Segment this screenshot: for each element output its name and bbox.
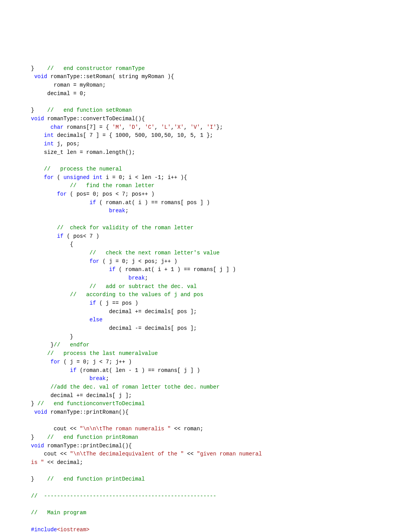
code-line: } // end functionconvertToDecimal	[31, 400, 380, 408]
code-line: else	[31, 316, 380, 324]
code-line: break;	[31, 274, 380, 283]
code-line: decimal += decimals[ j ];	[31, 392, 380, 400]
code-line: void romanType::setRoman( string myRoman…	[31, 73, 380, 81]
code-line	[31, 157, 380, 165]
code-line: break;	[31, 207, 380, 215]
code-line: // check the next roman letter's value	[31, 249, 380, 257]
code-line: } // end function printDecimal	[31, 475, 380, 484]
code-line: char romans[7] = { 'M', 'D', 'C', 'L','X…	[31, 123, 380, 132]
code-line	[31, 215, 380, 224]
code-line	[31, 484, 380, 492]
code-line: for ( j = 0; j < pos; j++ )	[31, 257, 380, 266]
code-line: if ( roman.at( i + 1 ) == romans[ j ] )	[31, 266, 380, 274]
code-line: void romanType::convertToDecimal(){	[31, 115, 380, 123]
code-line: // Main program	[31, 509, 380, 517]
code-line	[31, 501, 380, 509]
code-line: } // end constructor romanType	[31, 65, 380, 73]
code-line: void romanType::printRoman(){	[31, 408, 380, 417]
code-line: int decimals[ 7 ] = { 1000, 500, 100,50,…	[31, 131, 380, 140]
code-line: for ( pos= 0; pos < 7; pos++ )	[31, 190, 380, 199]
code-line: cout << "\n\tThe decimalequivalent of th…	[31, 450, 380, 459]
code-line: #include<iostream>	[31, 526, 380, 532]
code-line: }	[31, 333, 380, 341]
code-line: // add or subtract the dec. val	[31, 283, 380, 291]
code-line	[31, 417, 380, 425]
code-line: {	[31, 240, 380, 249]
code-line: for ( j = 0; j < 7; j++ )	[31, 358, 380, 367]
code-line: if ( j == pos )	[31, 299, 380, 308]
code-line	[31, 467, 380, 476]
code-line: }// endfor	[31, 341, 380, 350]
code-line: size_t len = roman.length();	[31, 148, 380, 157]
code-line: } // end function printRoman	[31, 433, 380, 442]
code-line: if ( pos< 7 )	[31, 232, 380, 241]
code-line: roman = myRoman;	[31, 81, 380, 90]
code-line: } // end function setRoman	[31, 106, 380, 115]
code-listing: } // end constructor romanType void roma…	[31, 65, 380, 532]
code-line: decimal += decimals[ pos ];	[31, 308, 380, 316]
code-line: decimal = 0;	[31, 90, 380, 98]
code-line: // find the roman letter	[31, 182, 380, 190]
code-line: if (roman.at( len - 1 ) == romans[ j ] )	[31, 367, 380, 375]
code-line: // check for validity of the roman lette…	[31, 224, 380, 232]
code-line: int j, pos;	[31, 140, 380, 148]
code-line: cout << "\n\n\tThe roman numeralis " << …	[31, 425, 380, 433]
code-line: break;	[31, 375, 380, 383]
code-line: void romanType::printDecimal(){	[31, 442, 380, 450]
code-line: // according to the values of j and pos	[31, 291, 380, 299]
code-line: // process the numeral	[31, 165, 380, 174]
code-line: for ( unsigned int i = 0; i < len -1; i+…	[31, 174, 380, 182]
code-line: // -------------------------------------…	[31, 492, 380, 501]
code-line: decimal -= decimals[ pos ];	[31, 324, 380, 333]
code-line	[31, 517, 380, 526]
code-line: if ( roman.at( i ) == romans[ pos ] )	[31, 199, 380, 207]
code-line: is " << decimal;	[31, 459, 380, 467]
code-line	[31, 98, 380, 107]
code-line: // process the last numeralvalue	[31, 350, 380, 358]
code-line: //add the dec. val of roman letter tothe…	[31, 383, 380, 392]
